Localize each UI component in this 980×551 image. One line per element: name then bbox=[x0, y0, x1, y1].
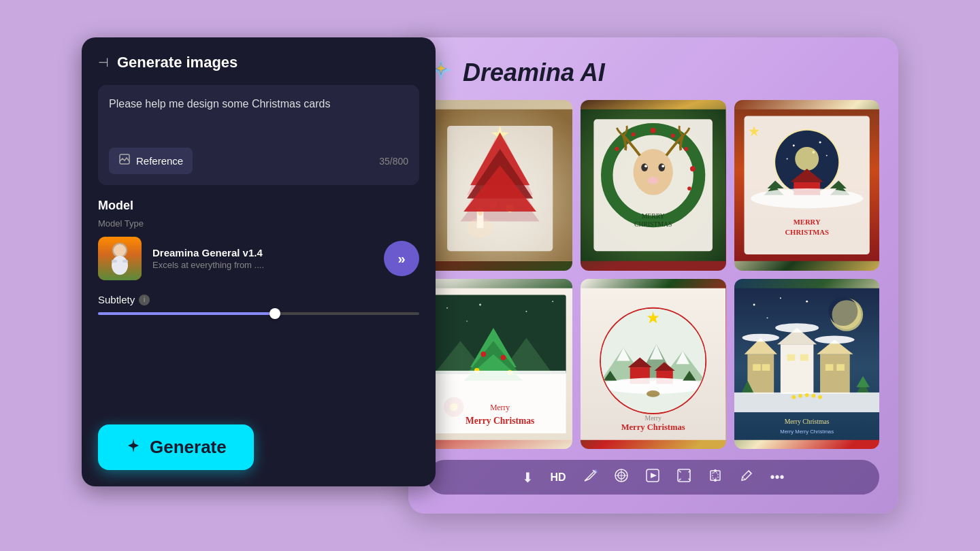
main-container: ⊣ Generate images Please help me design … bbox=[82, 37, 898, 514]
crop-icon[interactable] bbox=[708, 468, 723, 486]
svg-point-138 bbox=[791, 395, 796, 399]
model-card-row: Dreamina General v1.4 Excels at everythi… bbox=[98, 237, 419, 280]
svg-point-156 bbox=[714, 479, 717, 482]
svg-rect-129 bbox=[825, 364, 833, 371]
card-2-svg: MERRY CHRISTMAS bbox=[581, 100, 725, 271]
slider-fill bbox=[98, 312, 275, 315]
svg-point-38 bbox=[615, 147, 619, 151]
model-name: Dreamina General v1.4 bbox=[152, 247, 373, 258]
svg-point-82 bbox=[501, 354, 506, 360]
svg-point-52 bbox=[819, 141, 821, 144]
magic-eraser-icon[interactable] bbox=[614, 468, 629, 486]
card-5-svg: Merry Merry Christmas bbox=[581, 279, 725, 450]
model-nav-button[interactable]: » bbox=[384, 241, 419, 276]
svg-rect-153 bbox=[710, 471, 720, 480]
card-6-svg: Merry Christmas Merry Merry Christmas bbox=[734, 279, 879, 450]
subtlety-section: Subtlety i bbox=[98, 294, 419, 315]
panel-header: ⊣ Generate images bbox=[98, 54, 419, 71]
image-card-4[interactable]: Merry Merry Christmas bbox=[427, 279, 572, 450]
svg-rect-130 bbox=[836, 364, 845, 371]
svg-rect-125 bbox=[753, 364, 761, 371]
subtlety-slider[interactable] bbox=[98, 312, 419, 315]
expand-icon[interactable] bbox=[676, 468, 691, 486]
svg-text:CHRISTMAS: CHRISTMAS bbox=[634, 220, 672, 228]
slider-thumb[interactable] bbox=[270, 308, 280, 319]
panel-title: Generate images bbox=[117, 54, 238, 71]
svg-rect-123 bbox=[820, 354, 850, 393]
svg-rect-126 bbox=[762, 364, 770, 371]
slider-track bbox=[98, 312, 419, 315]
svg-point-33 bbox=[671, 134, 675, 138]
svg-text:Merry Christmas: Merry Christmas bbox=[466, 415, 534, 425]
image-card-2[interactable]: MERRY CHRISTMAS bbox=[581, 100, 725, 271]
svg-point-108 bbox=[647, 390, 659, 397]
card-4-svg: Merry Merry Christmas bbox=[427, 279, 572, 450]
generate-star-icon bbox=[125, 437, 142, 458]
svg-text:CHRISTMAS: CHRISTMAS bbox=[785, 229, 829, 236]
svg-text:Merry: Merry bbox=[645, 414, 662, 421]
svg-text:Merry Christmas: Merry Christmas bbox=[784, 417, 829, 424]
model-type-label: Model Type bbox=[98, 218, 419, 229]
svg-point-81 bbox=[481, 351, 487, 356]
svg-point-63 bbox=[751, 188, 863, 208]
svg-point-32 bbox=[651, 128, 656, 133]
sidebar-toggle-icon[interactable]: ⊣ bbox=[98, 55, 109, 70]
svg-point-54 bbox=[786, 158, 787, 159]
svg-point-36 bbox=[687, 186, 691, 190]
image-card-5[interactable]: Merry Merry Christmas bbox=[581, 279, 725, 450]
svg-line-157 bbox=[749, 471, 751, 473]
annotate-icon[interactable] bbox=[739, 468, 754, 486]
right-header: Dreamina AI bbox=[427, 56, 879, 89]
dreamina-title: Dreamina AI bbox=[463, 59, 605, 87]
reference-button[interactable]: Reference bbox=[109, 148, 193, 174]
svg-text:MERRY: MERRY bbox=[642, 212, 665, 220]
subtlety-label: Subtlety bbox=[98, 294, 135, 305]
svg-point-44 bbox=[648, 177, 659, 185]
play-icon[interactable] bbox=[645, 468, 660, 486]
prompt-text[interactable]: Please help me design some Christmas car… bbox=[109, 96, 408, 137]
info-icon[interactable]: i bbox=[139, 295, 150, 305]
svg-point-139 bbox=[798, 393, 802, 397]
svg-point-73 bbox=[466, 320, 468, 322]
svg-rect-127 bbox=[787, 354, 795, 361]
svg-point-141 bbox=[811, 393, 815, 397]
svg-point-51 bbox=[792, 145, 794, 147]
svg-point-132 bbox=[775, 323, 819, 333]
svg-rect-119 bbox=[747, 354, 774, 393]
image-card-3[interactable]: MERRY CHRISTMAS bbox=[734, 100, 879, 271]
svg-point-43 bbox=[662, 165, 665, 167]
download-icon[interactable]: ⬇ bbox=[522, 469, 534, 486]
model-info: Dreamina General v1.4 Excels at everythi… bbox=[152, 247, 373, 270]
svg-rect-128 bbox=[800, 354, 808, 361]
more-icon[interactable]: ••• bbox=[770, 469, 785, 485]
svg-point-35 bbox=[690, 166, 696, 171]
card-1-svg bbox=[427, 100, 572, 271]
svg-point-117 bbox=[806, 300, 808, 302]
svg-point-41 bbox=[659, 163, 666, 171]
svg-point-37 bbox=[632, 133, 636, 137]
svg-text:Merry Merry Christmas: Merry Merry Christmas bbox=[780, 429, 834, 435]
svg-point-70 bbox=[479, 303, 481, 305]
svg-point-155 bbox=[714, 469, 717, 472]
char-count: 35/800 bbox=[379, 156, 408, 167]
model-section: Model Model Type bbox=[98, 199, 419, 280]
chevron-right-icon: » bbox=[397, 251, 405, 267]
model-thumbnail bbox=[98, 237, 142, 280]
edit-icon[interactable] bbox=[583, 468, 598, 486]
hd-button[interactable]: HD bbox=[550, 471, 566, 484]
reference-label: Reference bbox=[136, 155, 183, 167]
image-card-1[interactable] bbox=[427, 100, 572, 271]
svg-point-118 bbox=[766, 317, 768, 318]
svg-point-114 bbox=[832, 300, 861, 329]
generate-button[interactable]: Generate bbox=[98, 424, 254, 470]
svg-point-56 bbox=[795, 147, 819, 171]
svg-point-72 bbox=[552, 301, 553, 302]
right-panel: Dreamina AI bbox=[408, 37, 898, 514]
svg-point-71 bbox=[525, 310, 527, 312]
svg-text:Merry Christmas: Merry Christmas bbox=[621, 422, 685, 432]
image-card-6[interactable]: Merry Christmas Merry Merry Christmas bbox=[734, 279, 879, 450]
svg-marker-151 bbox=[651, 473, 657, 478]
svg-text:MERRY: MERRY bbox=[793, 218, 820, 226]
svg-text:Merry: Merry bbox=[490, 403, 510, 412]
svg-point-116 bbox=[780, 297, 781, 299]
